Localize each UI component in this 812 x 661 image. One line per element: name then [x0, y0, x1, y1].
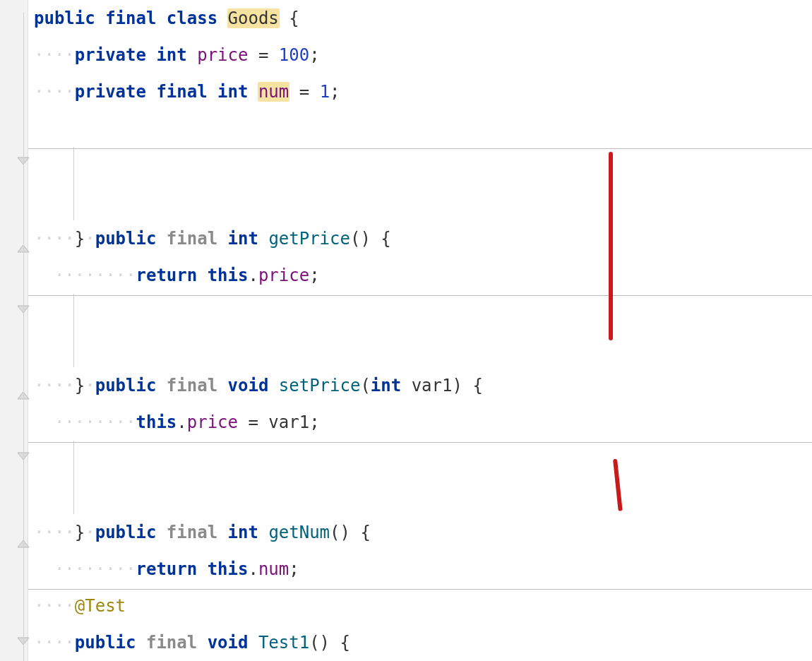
indent-guide [73, 184, 74, 220]
keyword-final: final [156, 82, 207, 102]
ws [330, 633, 340, 653]
code-area[interactable]: public final class Goods { ····private i… [28, 0, 812, 661]
code-line[interactable]: ····public final void Test1() { [28, 624, 812, 661]
ws [279, 8, 289, 28]
code-line[interactable]: ····private final int num = 1; [28, 73, 812, 110]
method-separator [28, 295, 812, 296]
ws: ···· [34, 633, 75, 653]
code-line[interactable]: ····} [28, 514, 812, 551]
brace-close: } [75, 229, 85, 249]
keyword-private: private [75, 45, 146, 65]
keyword-final-grayed: final [146, 633, 197, 653]
code-line[interactable]: public final class Goods { [28, 0, 812, 37]
keyword-public: public [75, 633, 136, 653]
indent-guide [73, 441, 74, 477]
type-int: int [217, 82, 248, 102]
method-test1: Test1 [258, 633, 309, 653]
number-literal: 100 [279, 45, 309, 65]
indent-guide [73, 477, 74, 514]
keyword-private: private [75, 82, 146, 102]
brace-close: } [75, 376, 85, 395]
red-annotation-line [609, 152, 613, 340]
ws: ···· [34, 229, 75, 249]
ws: ···· [34, 82, 75, 102]
code-line[interactable] [28, 257, 812, 294]
code-line[interactable]: ····@Test [28, 588, 812, 624]
code-line[interactable] [28, 551, 812, 588]
field-num-highlighted: num [258, 82, 289, 102]
number-literal: 1 [320, 82, 330, 102]
method-separator [28, 442, 812, 443]
code-line[interactable]: ····} [28, 220, 812, 257]
ws [309, 82, 319, 102]
class-name-highlighted: Goods [227, 8, 280, 28]
keyword-public: public [34, 8, 95, 28]
ws [146, 45, 156, 65]
ws [248, 45, 258, 65]
ws [268, 45, 278, 65]
brace-open: { [340, 633, 350, 653]
ws [136, 633, 146, 653]
ws: ···· [34, 523, 75, 542]
ws: ···· [34, 45, 75, 65]
equals: = [299, 82, 309, 102]
ws [146, 82, 156, 102]
ws [248, 633, 258, 653]
semicolon: ; [309, 45, 319, 65]
equals: = [258, 45, 268, 65]
keyword-final: final [105, 8, 156, 28]
ws [208, 82, 217, 102]
ws [156, 8, 166, 28]
method-separator [28, 148, 812, 149]
type-int: int [156, 45, 186, 65]
method-separator [28, 589, 812, 590]
code-line[interactable]: ····} [28, 367, 812, 404]
ws [217, 8, 227, 28]
indent-guide [73, 330, 74, 367]
code-line[interactable]: ····public final int getNum() { [28, 441, 812, 477]
code-line[interactable]: ········return this.num; [28, 477, 812, 514]
code-line[interactable]: ····public final void setPrice(int var1)… [28, 294, 812, 330]
type-void: void [208, 633, 249, 653]
ws: ···· [34, 596, 75, 616]
code-line[interactable]: ····private int price = 100; [28, 37, 812, 73]
ws [95, 8, 105, 28]
ws [197, 633, 207, 653]
ws [248, 82, 258, 102]
indent-guide [73, 294, 74, 330]
code-line[interactable]: ····public final int getPrice() { [28, 147, 812, 184]
gutter [0, 0, 28, 661]
brace-open: { [289, 8, 299, 28]
ws [289, 82, 299, 102]
parens: () [309, 633, 330, 653]
semicolon: ; [330, 82, 340, 102]
gutter-scope-line [23, 13, 24, 661]
code-line[interactable] [28, 110, 812, 147]
keyword-class: class [167, 8, 217, 28]
code-line[interactable]: ········this.price = var1; [28, 330, 812, 367]
code-line[interactable] [28, 404, 812, 441]
code-line[interactable]: ········return this.price; [28, 184, 812, 220]
ws [187, 45, 197, 65]
brace-close: } [75, 523, 85, 542]
indent-guide [73, 147, 74, 184]
annotation-test: @Test [75, 596, 126, 616]
field-price: price [197, 45, 248, 65]
ws: ···· [34, 376, 75, 395]
